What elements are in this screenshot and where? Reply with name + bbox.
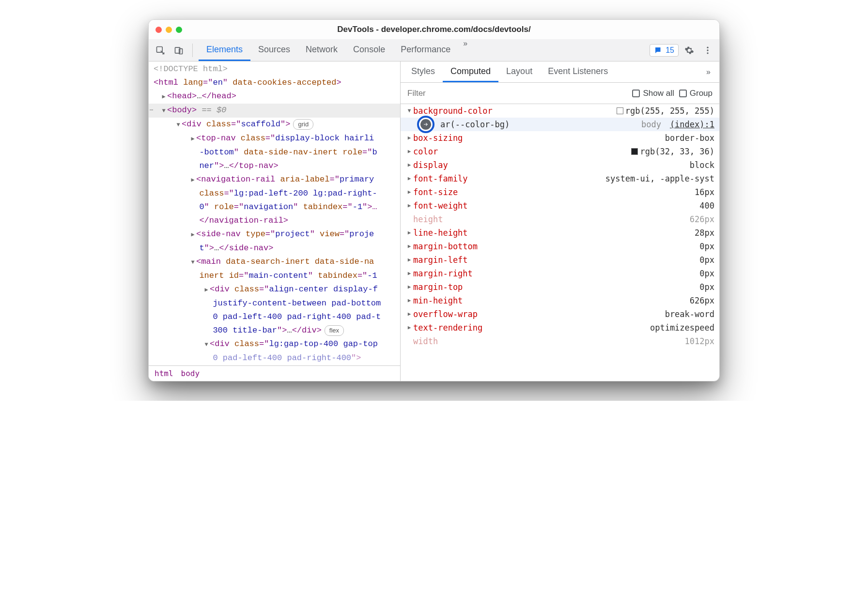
computed-row[interactable]: ▶font-weight400 <box>401 199 719 212</box>
computed-row[interactable]: ▶margin-left0px <box>401 253 719 267</box>
computed-prop-value: 16px <box>686 185 714 199</box>
computed-row[interactable]: ▼ background-color rgb(255, 255, 255) <box>401 104 719 118</box>
expand-icon[interactable]: ▶ <box>405 280 413 294</box>
tab-performance[interactable]: Performance <box>393 39 458 61</box>
dom-selected-body[interactable]: ⋯<body> == $0 <box>149 104 400 118</box>
subtab-event-listeners[interactable]: Event Listeners <box>540 61 616 82</box>
layout-badge-flex[interactable]: flex <box>325 325 344 336</box>
computed-row[interactable]: width1012px <box>401 334 719 348</box>
computed-properties-list[interactable]: ▼ background-color rgb(255, 255, 255) ar… <box>401 104 719 381</box>
computed-prop-value: 0px <box>691 240 714 253</box>
kebab-menu-icon[interactable] <box>700 43 715 58</box>
window-title: DevTools - developer.chrome.com/docs/dev… <box>149 25 719 34</box>
collapse-icon[interactable] <box>160 104 167 118</box>
computed-prop-name: overflow-wrap <box>413 307 478 321</box>
minimize-window-button[interactable] <box>166 27 172 33</box>
subtab-styles[interactable]: Styles <box>403 61 443 82</box>
tab-console[interactable]: Console <box>345 39 393 61</box>
more-tabs-button[interactable]: » <box>458 39 472 61</box>
breadcrumb-body[interactable]: body <box>181 369 200 378</box>
computed-row[interactable]: ▶font-size16px <box>401 185 719 199</box>
expand-icon[interactable]: ▶ <box>405 131 413 145</box>
computed-prop-value: optimizespeed <box>641 321 714 334</box>
breadcrumb-html[interactable]: html <box>155 369 173 378</box>
layout-badge-grid[interactable]: grid <box>293 119 313 130</box>
expand-icon[interactable]: ▶ <box>405 307 413 321</box>
panels-container: <!DOCTYPE html> <html lang="en" data-coo… <box>149 61 719 381</box>
expand-icon[interactable]: ▶ <box>405 240 413 253</box>
more-actions-icon[interactable]: ⋯ <box>150 104 153 117</box>
subtab-computed[interactable]: Computed <box>443 61 498 82</box>
computed-row[interactable]: ▶margin-right0px <box>401 267 719 280</box>
expand-icon[interactable]: ▶ <box>405 158 413 172</box>
breadcrumb: html body <box>149 365 400 381</box>
expand-icon[interactable]: ▶ <box>405 267 413 280</box>
expand-icon[interactable] <box>160 90 167 104</box>
toolbar-separator <box>192 44 193 57</box>
computed-prop-value: break-word <box>656 307 714 321</box>
issues-badge[interactable]: 15 <box>650 44 679 57</box>
computed-row[interactable]: ▶text-renderingoptimizespeed <box>401 321 719 334</box>
navigate-to-source-icon[interactable] <box>417 116 434 133</box>
main-tab-strip: Elements Sources Network Console Perform… <box>199 39 472 61</box>
computed-row[interactable]: ▶line-height28px <box>401 226 719 240</box>
computed-prop-value: block <box>681 158 714 172</box>
computed-prop-name: margin-left <box>413 253 468 267</box>
expand-icon[interactable]: ▶ <box>405 172 413 185</box>
expand-icon[interactable] <box>189 173 196 187</box>
svg-point-5 <box>707 52 708 54</box>
source-link[interactable]: (index):1 <box>670 118 714 131</box>
collapse-icon[interactable] <box>203 338 210 351</box>
svg-point-4 <box>707 49 708 51</box>
window-titlebar: DevTools - developer.chrome.com/docs/dev… <box>149 20 719 39</box>
computed-row[interactable]: ▶colorrgb(32, 33, 36) <box>401 145 719 158</box>
inspect-element-icon[interactable] <box>153 43 168 58</box>
show-all-checkbox[interactable]: Show all <box>632 89 674 98</box>
subtab-layout[interactable]: Layout <box>498 61 540 82</box>
computed-row[interactable]: ▶font-familysystem-ui, -apple-syst <box>401 172 719 185</box>
computed-row[interactable]: ▶margin-bottom0px <box>401 240 719 253</box>
settings-gear-icon[interactable] <box>682 43 697 58</box>
tab-network[interactable]: Network <box>298 39 345 61</box>
computed-prop-name: display <box>413 158 448 172</box>
expand-icon[interactable]: ▶ <box>405 294 413 307</box>
tab-elements[interactable]: Elements <box>199 39 250 61</box>
computed-prop-name: box-sizing <box>413 131 463 145</box>
expand-icon[interactable]: ▶ <box>405 145 413 158</box>
expand-icon[interactable] <box>203 283 210 297</box>
computed-row[interactable]: ▶displayblock <box>401 158 719 172</box>
collapse-icon[interactable] <box>189 256 196 269</box>
computed-row[interactable]: ▶margin-top0px <box>401 280 719 294</box>
computed-row[interactable]: ▶min-height626px <box>401 294 719 307</box>
devtools-window: DevTools - developer.chrome.com/docs/dev… <box>148 19 720 381</box>
expand-icon[interactable] <box>189 132 196 146</box>
expand-icon[interactable]: ▶ <box>405 226 413 240</box>
computed-prop-value: 1012px <box>676 334 714 348</box>
color-swatch-icon[interactable] <box>617 107 623 114</box>
sidebar-tab-strip: Styles Computed Layout Event Listeners » <box>401 61 719 83</box>
expand-icon[interactable]: ▶ <box>405 253 413 267</box>
expand-icon[interactable] <box>189 228 196 242</box>
expand-icon[interactable]: ▶ <box>405 199 413 212</box>
computed-prop-value: border-box <box>656 131 714 145</box>
group-checkbox[interactable]: Group <box>679 89 713 98</box>
zoom-window-button[interactable] <box>176 27 182 33</box>
more-subtabs-button[interactable]: » <box>700 68 716 76</box>
color-swatch-icon[interactable] <box>631 148 638 155</box>
computed-row[interactable]: ▶box-sizingborder-box <box>401 131 719 145</box>
tab-sources[interactable]: Sources <box>250 39 298 61</box>
filter-input[interactable] <box>407 89 627 98</box>
computed-trace-row[interactable]: ar(--color-bg) body (index):1 <box>401 118 719 131</box>
expand-icon[interactable]: ▶ <box>405 185 413 199</box>
dom-tree[interactable]: <!DOCTYPE html> <html lang="en" data-coo… <box>149 61 400 365</box>
computed-prop-value: 0px <box>691 267 714 280</box>
device-toggle-icon[interactable] <box>171 43 186 58</box>
collapse-icon[interactable] <box>175 118 182 132</box>
computed-row[interactable]: height626px <box>401 212 719 226</box>
computed-prop-name: line-height <box>413 226 468 240</box>
issues-count: 15 <box>666 46 674 55</box>
close-window-button[interactable] <box>155 27 162 33</box>
computed-row[interactable]: ▶overflow-wrapbreak-word <box>401 307 719 321</box>
expand-icon[interactable]: ▶ <box>405 321 413 334</box>
computed-prop-name: font-family <box>413 172 468 185</box>
